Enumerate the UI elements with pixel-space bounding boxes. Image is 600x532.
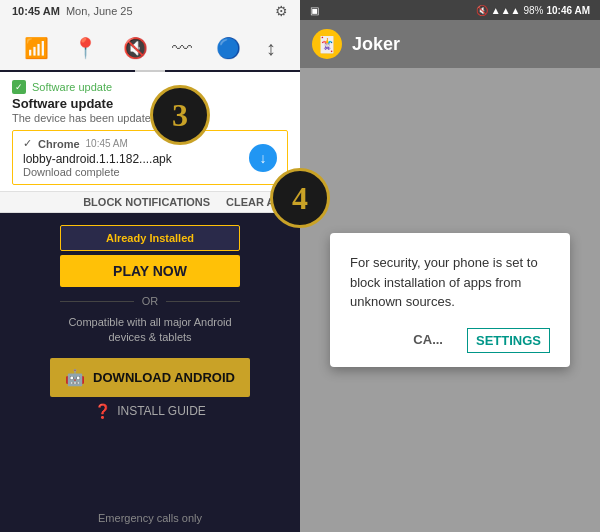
emergency-text: Emergency calls only: [98, 512, 202, 524]
mute-icon[interactable]: 🔇: [123, 36, 148, 60]
right-signal-icon: ▲▲▲: [491, 5, 521, 16]
chrome-label: Chrome: [38, 138, 80, 150]
chrome-download-button[interactable]: ↓: [249, 144, 277, 172]
location-icon[interactable]: 📍: [73, 36, 98, 60]
right-battery: 98%: [523, 5, 543, 16]
dialog-cancel-button[interactable]: CA...: [405, 328, 451, 353]
software-update-label: Software update: [32, 81, 112, 93]
or-text: OR: [134, 295, 167, 307]
left-date: Mon, June 25: [66, 5, 133, 17]
wifi-icon[interactable]: 📶: [24, 36, 49, 60]
app-content: Already Installed PLAY NOW OR Compatible…: [0, 213, 300, 532]
gear-icon[interactable]: ⚙: [275, 3, 288, 19]
right-status-bar: ▣ 🔇 ▲▲▲ 98% 10:46 AM: [300, 0, 600, 20]
software-update-notification: ✓ Software update Software update The de…: [0, 72, 300, 192]
step-3-badge: 3: [150, 85, 210, 145]
notification-actions: BLOCK NOTIFICATIONS CLEAR ALL: [0, 192, 300, 213]
install-guide-link[interactable]: ❓ INSTALL GUIDE: [94, 403, 206, 419]
software-update-icon: ✓: [12, 80, 26, 94]
chrome-status: Download complete: [23, 166, 172, 178]
right-panel: ▣ 🔇 ▲▲▲ 98% 10:46 AM 🃏 Joker 4 For secur…: [300, 0, 600, 532]
joker-app-icon: 🃏: [312, 29, 342, 59]
right-mute-icon: 🔇: [476, 5, 488, 16]
dialog-actions: CA... SETTINGS: [350, 328, 550, 353]
compatible-text: Compatible with all major Androiddevices…: [68, 315, 231, 346]
app-title: Joker: [352, 34, 400, 55]
chrome-time: 10:45 AM: [86, 138, 128, 149]
left-status-bar: 10:45 AM Mon, June 25 ⚙: [0, 0, 300, 22]
dialog-settings-button[interactable]: SETTINGS: [467, 328, 550, 353]
download-android-button[interactable]: 🤖 DOWNLOAD ANDROID: [50, 358, 250, 397]
right-main-content: 4 For security, your phone is set to blo…: [300, 68, 600, 532]
left-panel: 10:45 AM Mon, June 25 ⚙ 📶 📍 🔇 〰 🔵 ↕ ✓ So…: [0, 0, 300, 532]
vibrate-icon[interactable]: 〰: [172, 37, 192, 60]
right-time: 10:46 AM: [546, 5, 590, 16]
or-divider: OR: [60, 295, 240, 307]
download-icon: ↓: [260, 150, 267, 166]
already-installed-button[interactable]: Already Installed: [60, 225, 240, 251]
android-icon: 🤖: [65, 368, 85, 387]
step-4-badge: 4: [270, 168, 330, 228]
chrome-check-icon: ✓: [23, 137, 32, 150]
block-notifications-button[interactable]: BLOCK NOTIFICATIONS: [83, 196, 210, 208]
left-time: 10:45 AM: [12, 5, 60, 17]
help-icon: ❓: [94, 403, 111, 419]
android-status-icon: ▣: [310, 5, 319, 16]
chrome-filename: lobby-android.1.1.182....apk: [23, 152, 172, 166]
arrows-icon[interactable]: ↕: [266, 37, 276, 60]
dialog-text: For security, your phone is set to block…: [350, 253, 550, 312]
play-now-button[interactable]: PLAY NOW: [60, 255, 240, 287]
bluetooth-icon[interactable]: 🔵: [216, 36, 241, 60]
quick-settings-row: 📶 📍 🔇 〰 🔵 ↕: [0, 22, 300, 70]
chrome-notification: ✓ Chrome 10:45 AM lobby-android.1.1.182.…: [12, 130, 288, 185]
app-header: 🃏 Joker: [300, 20, 600, 68]
security-dialog: For security, your phone is set to block…: [330, 233, 570, 367]
